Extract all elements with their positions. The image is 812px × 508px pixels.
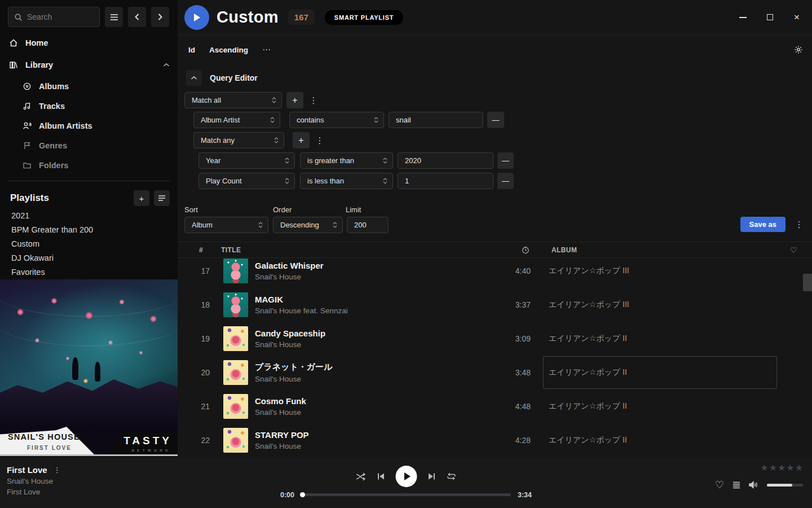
repeat-button[interactable]: [447, 472, 457, 480]
column-number[interactable]: #: [199, 242, 203, 257]
sort-direction-button[interactable]: Ascending: [209, 46, 248, 54]
back-button[interactable]: [128, 7, 146, 27]
chevron-up-icon[interactable]: [163, 63, 170, 67]
rule-operator-select[interactable]: is less than: [300, 173, 393, 189]
rule-field-select[interactable]: Album Artist: [193, 112, 280, 128]
star-icon[interactable]: ★: [795, 462, 803, 473]
sidebar-item-library[interactable]: Library: [9, 58, 170, 72]
star-icon[interactable]: ★: [778, 462, 785, 473]
match-mode-select[interactable]: Match all: [184, 92, 282, 108]
shuffle-button[interactable]: [356, 472, 367, 481]
sidebar-item-albums[interactable]: Albums: [23, 80, 170, 93]
menu-icon: [110, 14, 118, 21]
track-album[interactable]: エイリアン☆ポップ II: [543, 322, 777, 355]
playlist-item[interactable]: Favorites: [11, 266, 170, 278]
track-album[interactable]: エイリアン☆ポップ III: [543, 288, 777, 321]
track-album-focused[interactable]: エイリアン☆ポップ II: [543, 356, 777, 389]
playlist-item[interactable]: Custom: [11, 238, 170, 249]
previous-button[interactable]: [377, 472, 385, 480]
track-row[interactable]: 20 プラネット・ガール Snail's House 3:48 エイリアン☆ポッ…: [178, 356, 812, 389]
rule-value-input[interactable]: [398, 152, 493, 169]
track-row[interactable]: 21 Cosmo Funk Snail's House 4:48 エイリアン☆ポ…: [178, 389, 812, 423]
track-album[interactable]: エイリアン☆ポップ II: [543, 390, 777, 423]
remove-rule-button[interactable]: —: [497, 152, 514, 169]
column-duration[interactable]: [518, 242, 533, 257]
favorite-button[interactable]: ♡: [715, 479, 724, 491]
next-button[interactable]: [428, 472, 436, 480]
sort-select[interactable]: Album: [184, 217, 268, 233]
save-menu-button[interactable]: ⋮: [794, 216, 804, 233]
play-pause-button[interactable]: [396, 466, 417, 487]
heart-icon: ♡: [790, 246, 797, 255]
volume-button[interactable]: [749, 481, 758, 489]
seek-bar[interactable]: [301, 493, 511, 496]
group-menu-button[interactable]: ⋮: [315, 132, 325, 148]
scrollbar-thumb[interactable]: [803, 274, 812, 291]
playlist-item[interactable]: DJ Okawari: [11, 252, 170, 264]
sort-field-button[interactable]: Id: [188, 46, 195, 54]
star-icon[interactable]: ★: [760, 462, 768, 473]
query-editor-collapse-button[interactable]: [186, 70, 202, 86]
play-playlist-button[interactable]: [184, 5, 209, 30]
playlists-header: Playlists +: [10, 190, 170, 207]
playlist-options-button[interactable]: [154, 190, 170, 206]
star-icon[interactable]: ★: [786, 462, 794, 473]
artwork-artist-text: SNAIL'S HOUSE: [8, 432, 80, 441]
sidebar-item-home[interactable]: Home: [9, 36, 170, 50]
search-box[interactable]: [8, 7, 100, 27]
rule-value-input[interactable]: [398, 173, 493, 189]
track-row[interactable]: 18 MAGIK Snail's House feat. Sennzai 3:3…: [178, 288, 812, 322]
track-row[interactable]: 17 Galactic Whisper Snail's House 4:40 エ…: [178, 258, 812, 288]
sidebar-item-genres[interactable]: Genres: [23, 139, 170, 152]
forward-button[interactable]: [151, 7, 169, 27]
rule-field-select[interactable]: Year: [198, 152, 295, 169]
track-row[interactable]: 22 STARRY POP Snail's House 4:28 エイリアン☆ポ…: [178, 423, 812, 457]
search-input[interactable]: [27, 12, 89, 21]
track-artwork: [223, 326, 248, 351]
rule-field-select[interactable]: Play Count: [198, 173, 295, 189]
star-icon[interactable]: ★: [769, 462, 777, 473]
minimize-button[interactable]: [738, 12, 748, 23]
add-rule-button[interactable]: +: [286, 92, 303, 108]
limit-input[interactable]: [347, 217, 389, 233]
maximize-button[interactable]: [765, 12, 775, 23]
match-mode-select[interactable]: Match any: [193, 132, 284, 148]
track-artist: Snail's House: [255, 408, 306, 417]
rule-operator-select[interactable]: is greater than: [300, 152, 393, 169]
sidebar-item-folders[interactable]: Folders: [23, 159, 170, 172]
track-album[interactable]: エイリアン☆ポップ II: [543, 424, 777, 457]
close-button[interactable]: ×: [792, 12, 802, 23]
column-album[interactable]: ALBUM: [551, 242, 577, 257]
rule-operator-select[interactable]: contains: [289, 112, 384, 128]
elapsed-time: 0:00: [274, 491, 294, 499]
smart-playlist-badge: SMART PLAYLIST: [325, 10, 404, 25]
volume-slider[interactable]: [767, 484, 803, 487]
column-title[interactable]: TITLE: [221, 242, 241, 257]
more-options-button[interactable]: ⋯: [262, 45, 271, 55]
caret-updown-icon: [285, 157, 289, 164]
add-rule-button[interactable]: +: [293, 132, 310, 148]
group-menu-button[interactable]: ⋮: [308, 92, 319, 108]
order-select[interactable]: Descending: [273, 217, 343, 233]
playlist-item[interactable]: BPM Greater than 200: [11, 224, 170, 235]
settings-button[interactable]: [794, 45, 803, 54]
add-playlist-button[interactable]: +: [134, 190, 149, 206]
now-playing-menu-button[interactable]: ⋮: [54, 466, 61, 474]
track-album[interactable]: エイリアン☆ポップ III: [543, 258, 777, 287]
remove-rule-button[interactable]: —: [497, 173, 514, 189]
shuffle-icon: [356, 472, 367, 481]
remove-rule-button[interactable]: —: [487, 112, 504, 128]
seek-knob[interactable]: [300, 492, 305, 497]
playlist-item[interactable]: 2021: [11, 209, 170, 221]
main-panel: Custom 167 SMART PLAYLIST × Id Ascending…: [178, 0, 812, 457]
sidebar-item-album-artists[interactable]: Album Artists: [23, 119, 170, 133]
play-icon: [193, 13, 201, 22]
menu-button[interactable]: [105, 7, 123, 27]
sidebar-item-tracks[interactable]: Tracks: [23, 99, 170, 113]
rule-value-input[interactable]: [389, 112, 483, 128]
column-favorite[interactable]: ♡: [790, 242, 797, 257]
save-as-button[interactable]: Save as: [740, 217, 785, 232]
artwork-label-subtext: NETWORK: [132, 449, 171, 452]
queue-button[interactable]: [732, 481, 740, 489]
track-row[interactable]: 19 Candy Spaceship Snail's House 3:09 エイ…: [178, 322, 812, 356]
